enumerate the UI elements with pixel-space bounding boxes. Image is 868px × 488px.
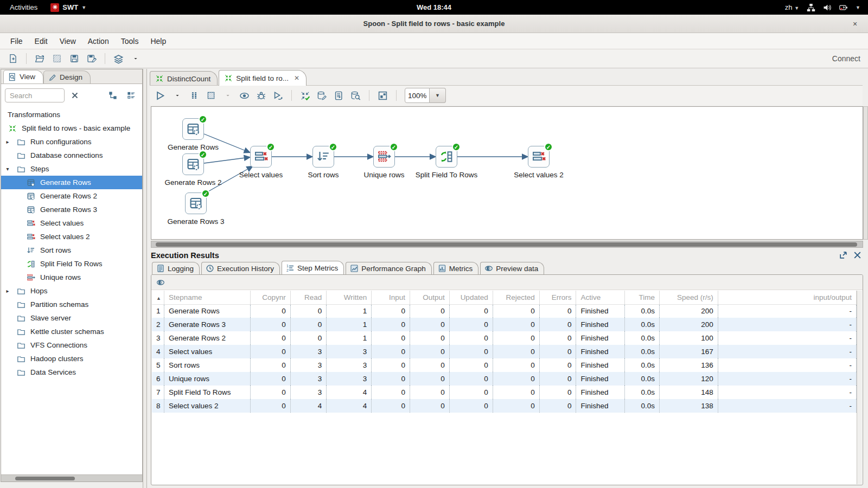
canvas-vertical-scrollbar[interactable] (863, 106, 868, 240)
close-panel-icon[interactable] (852, 251, 862, 260)
zoom-level-input[interactable] (405, 88, 430, 103)
column-header-stepname[interactable]: Stepname (164, 291, 251, 304)
table-row[interactable]: 8Select values 204400000Finished0.0s138- (152, 399, 857, 413)
tree-item-transformations[interactable]: Transformations (1, 108, 142, 121)
step-node-split-field-to-rows[interactable]: ✓ (436, 146, 457, 168)
column-header-rejected[interactable]: Rejected (493, 291, 539, 304)
results-tab-logging[interactable]: Logging (152, 262, 200, 274)
tree-item-vfs-connections[interactable]: VFS Connections (1, 338, 142, 352)
input-language-indicator[interactable]: zh ▼ (785, 3, 799, 11)
sidebar-resize-sash[interactable] (143, 69, 147, 488)
tree-item-generate-rows[interactable]: Generate Rows (1, 176, 142, 189)
canvas-tab-distinctcount[interactable]: DistinctCount (150, 71, 218, 86)
tree-item-hadoop-clusters[interactable]: Hadoop clusters (1, 352, 142, 365)
layers-icon[interactable] (111, 52, 126, 66)
compress-check-icon[interactable] (298, 88, 312, 102)
column-header-time[interactable]: Time (624, 291, 660, 304)
new-file-icon[interactable] (5, 52, 21, 66)
db-edit-icon[interactable] (315, 88, 329, 102)
table-row[interactable]: 7Split Field To Rows03400000Finished0.0s… (152, 386, 857, 399)
table-row[interactable]: 5Sort rows03300000Finished0.0s136- (152, 358, 857, 372)
column-header-speed-r-s[interactable]: Speed (r/s) (660, 291, 718, 304)
caret-icon[interactable] (128, 52, 143, 66)
results-tab-metrics[interactable]: Metrics (433, 262, 479, 274)
tree-item-run-configurations[interactable]: ▸Run configurations (1, 135, 142, 149)
column-header-sort[interactable]: ▲ (152, 291, 164, 304)
results-tab-performance-graph[interactable]: Performance Graph (346, 262, 432, 274)
menu-edit[interactable]: Edit (29, 34, 54, 48)
show-hide-inactive-icon[interactable] (156, 278, 165, 287)
tree-item-split-field-to-rows[interactable]: Split Field To Rows (1, 257, 142, 271)
table-row[interactable]: 4Select values03300000Finished0.0s167- (152, 345, 857, 358)
tree-item-database-connections[interactable]: Database connections (1, 149, 142, 162)
maximize-panel-icon[interactable] (838, 251, 848, 260)
step-node-generate-rows-3[interactable]: ✓ (185, 192, 207, 214)
tree-item-partition-schemas[interactable]: Partition schemas (1, 298, 142, 311)
tree-item-generate-rows-3[interactable]: Generate Rows 3 (1, 203, 142, 216)
connect-button[interactable]: Connect (832, 54, 860, 63)
replay-icon[interactable] (271, 88, 285, 102)
table-row[interactable]: 3Generate Rows 200100000Finished0.0s100- (152, 331, 857, 345)
hatched-square-icon[interactable] (49, 52, 65, 66)
step-node-generate-rows-2[interactable]: ✓ (182, 153, 204, 175)
caret-gray-icon[interactable] (220, 88, 235, 102)
tree-item-select-values[interactable]: Select values (1, 216, 142, 230)
table-row[interactable]: 6Unique rows03300000Finished0.0s120- (152, 372, 857, 386)
fit-icon[interactable] (375, 88, 390, 102)
sidebar-tab-view[interactable]: View (3, 70, 43, 84)
menu-view[interactable]: View (54, 34, 82, 48)
zoom-dropdown-button[interactable]: ▼ (430, 88, 446, 103)
chevron-down-icon[interactable]: ▼ (856, 5, 860, 10)
tree-item-split-field-to-rows-basic-example[interactable]: Split field to rows - basic example (1, 121, 142, 135)
column-header-input[interactable]: Input (372, 291, 410, 304)
tree-item-unique-rows[interactable]: Unique rows (1, 271, 142, 284)
column-header-written[interactable]: Written (327, 291, 372, 304)
save-as-icon[interactable] (84, 52, 99, 66)
sidebar-horizontal-scrollbar[interactable] (1, 474, 142, 481)
tab-close-icon[interactable]: ✕ (294, 74, 299, 82)
column-header-active[interactable]: Active (576, 291, 624, 304)
table-vertical-scrollbar[interactable] (857, 291, 862, 484)
results-tab-execution-history[interactable]: Execution History (201, 262, 280, 274)
column-header-read[interactable]: Read (290, 291, 327, 304)
column-header-input-output[interactable]: input/output (718, 291, 856, 304)
canvas-tab-split-field-to-ro[interactable]: Split field to ro...✕ (219, 70, 307, 86)
step-node-unique-rows[interactable]: ✓ (373, 146, 395, 168)
open-folder-icon[interactable] (32, 52, 47, 66)
tree-item-kettle-cluster-schemas[interactable]: Kettle cluster schemas (1, 325, 142, 338)
activities-button[interactable]: Activities (7, 2, 41, 12)
canvas-horizontal-scrollbar[interactable] (151, 241, 863, 248)
transformation-canvas[interactable]: ✓Generate Rows✓Generate Rows 2✓Generate … (151, 106, 863, 240)
table-row[interactable]: 2Generate Rows 300100000Finished0.0s200- (152, 318, 857, 331)
step-node-select-values-2[interactable]: ✓ (528, 146, 550, 168)
stop-icon[interactable] (203, 88, 218, 102)
sidebar-tab-design[interactable]: Design (43, 70, 91, 84)
show-connections-icon[interactable] (108, 91, 117, 100)
tree-item-select-values-2[interactable]: Select values 2 (1, 230, 142, 243)
step-node-select-values[interactable]: ✓ (250, 146, 272, 168)
column-header-errors[interactable]: Errors (539, 291, 576, 304)
db-search-icon[interactable] (348, 88, 363, 102)
step-node-generate-rows[interactable]: ✓ (182, 118, 204, 140)
menu-tools[interactable]: Tools (115, 34, 145, 48)
search-input[interactable] (5, 88, 65, 102)
eye-icon[interactable] (237, 88, 252, 102)
results-tab-step-metrics[interactable]: 12Step Metrics (282, 261, 344, 274)
save-icon[interactable] (67, 52, 82, 66)
column-header-output[interactable]: Output (410, 291, 449, 304)
tree-expander-icon[interactable]: ▾ (5, 166, 10, 172)
tree-item-data-services[interactable]: Data Services (1, 365, 142, 379)
results-tab-preview-data[interactable]: Preview data (480, 262, 544, 274)
tree-item-steps[interactable]: ▾Steps (1, 162, 142, 176)
tree-item-slave-server[interactable]: Slave server (1, 311, 142, 325)
tree-expander-icon[interactable]: ▸ (5, 288, 10, 294)
volume-icon[interactable] (823, 3, 832, 12)
column-header-copynr[interactable]: Copynr (250, 291, 290, 304)
run-icon[interactable] (153, 88, 168, 102)
menu-action[interactable]: Action (82, 34, 115, 48)
app-menu[interactable]: ✳ SWT ▼ (50, 3, 86, 12)
step-node-sort-rows[interactable]: ✓ (312, 146, 334, 168)
caret-icon[interactable] (170, 88, 184, 102)
tree-item-generate-rows-2[interactable]: Generate Rows 2 (1, 189, 142, 203)
sql-icon[interactable] (331, 88, 346, 102)
